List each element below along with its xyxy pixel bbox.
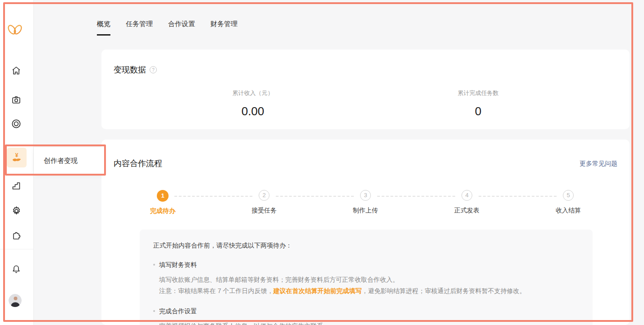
tab-bar: 概览 任务管理 合作设置 财务管理 [97, 20, 238, 36]
channels-logo-icon [5, 20, 24, 39]
todo-cooperation-settings: 完成合作设置 完善视频报价与商务联系人信息，以便与合作的广告主联系。 [153, 307, 579, 325]
stat-total-income: 累计收入（元） 0.00 [140, 89, 365, 118]
todo-notice-box: 正式开始内容合作前，请尽快完成以下两项待办： 填写财务资料 填写收款账户信息、结… [140, 230, 593, 325]
camera-icon[interactable] [9, 93, 23, 107]
sidebar-divider [0, 249, 34, 249]
user-avatar[interactable] [9, 294, 22, 307]
stat-total-income-value: 0.00 [140, 104, 365, 118]
tab-finance-management[interactable]: 财务管理 [210, 20, 238, 36]
stat-total-income-label: 累计收入（元） [140, 89, 365, 97]
todo-cooperation-settings-title: 完成合作设置 [153, 307, 579, 316]
stats-row: 累计收入（元） 0.00 累计完成任务数 0 [140, 89, 591, 118]
monetization-tooltip: 创作者变现 [34, 147, 105, 174]
help-icon[interactable]: ? [150, 66, 157, 73]
step-income-settlement: 5 收入结算 [541, 190, 595, 215]
settings-gear-icon[interactable] [9, 204, 23, 217]
todo-financial-info: 填写财务资料 填写收款账户信息、结算单邮箱等财务资料；完善财务资料后方可正常收取… [153, 261, 579, 296]
sidebar: ¥ [0, 0, 34, 325]
cooperation-flow-title: 内容合作流程 [114, 158, 162, 169]
step-accept-task: 2 接受任务 [237, 190, 291, 215]
monetization-tooltip-label: 创作者变现 [44, 157, 78, 165]
stat-completed-tasks-value: 0 [365, 104, 591, 118]
todo-cooperation-settings-body: 完善视频报价与商务联系人信息，以便与合作的广告主联系。 [153, 320, 579, 325]
monetization-data-card: 变现数据 ? 累计收入（元） 0.00 累计完成任务数 0 [101, 50, 630, 129]
tab-overview[interactable]: 概览 [97, 20, 110, 36]
todo-financial-info-title: 填写财务资料 [153, 261, 579, 269]
money-hand-icon: ¥ [11, 152, 23, 163]
monetization-data-title: 变现数据 ? [114, 64, 157, 75]
creator-monetization-page: ¥ [0, 0, 644, 325]
stat-completed-tasks-label: 累计完成任务数 [365, 89, 591, 97]
step-complete-todos: 1 完成待办 [136, 190, 190, 215]
tab-cooperation-settings[interactable]: 合作设置 [168, 20, 195, 36]
note-highlight: 建议在首次结算开始前完成填写 [274, 287, 362, 294]
sidebar-item-monetization[interactable]: ¥ [7, 148, 27, 167]
channels-feed-icon[interactable] [9, 117, 23, 131]
statistics-icon[interactable] [9, 179, 23, 193]
tab-task-management[interactable]: 任务管理 [126, 20, 153, 36]
plugins-puzzle-icon[interactable] [9, 230, 23, 243]
svg-text:¥: ¥ [15, 152, 18, 158]
notifications-bell-icon[interactable] [9, 262, 23, 276]
home-icon[interactable] [9, 64, 23, 77]
todo-financial-info-note: 注意：审核结果将在 7 个工作日内反馈，建议在首次结算开始前完成填写，避免影响结… [159, 285, 579, 297]
step-official-publish: 4 正式发表 [440, 190, 494, 215]
cooperation-flow-card: 内容合作流程 更多常见问题 1 完成待办 2 接受任务 3 制作上传 4 正式发… [101, 140, 630, 325]
step-produce-upload: 3 制作上传 [338, 190, 393, 215]
notice-intro: 正式开始内容合作前，请尽快完成以下两项待办： [153, 242, 579, 250]
process-stepper: 1 完成待办 2 接受任务 3 制作上传 4 正式发表 5 收入结算 [140, 190, 591, 221]
more-faq-link[interactable]: 更多常见问题 [580, 160, 617, 168]
todo-financial-info-body: 填写收款账户信息、结算单邮箱等财务资料；完善财务资料后方可正常收取合作收入。 注… [153, 274, 579, 296]
stat-completed-tasks: 累计完成任务数 0 [365, 89, 591, 118]
